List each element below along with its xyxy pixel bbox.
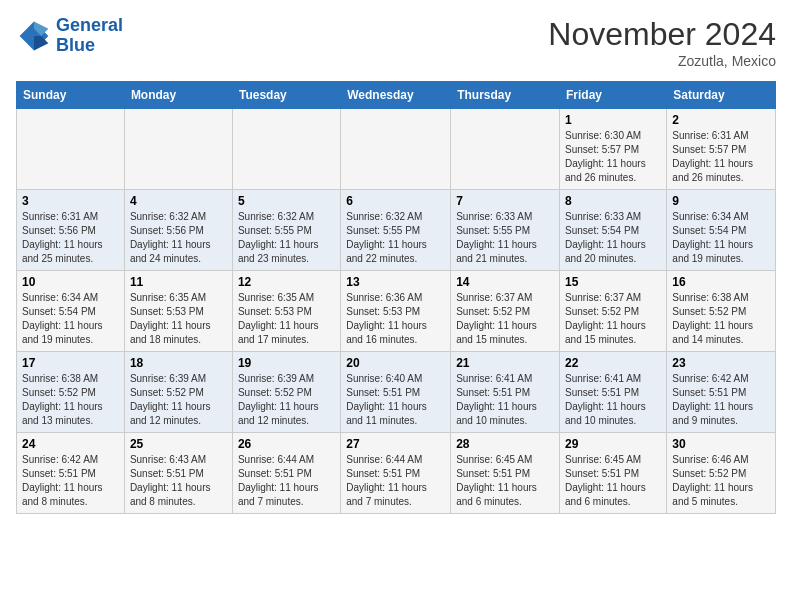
day-cell: 29Sunrise: 6:45 AMSunset: 5:51 PMDayligh… (560, 433, 667, 514)
column-header-sunday: Sunday (17, 82, 125, 109)
day-info: Sunrise: 6:43 AMSunset: 5:51 PMDaylight:… (130, 453, 227, 509)
location: Zozutla, Mexico (548, 53, 776, 69)
day-number: 30 (672, 437, 770, 451)
week-row-1: 1Sunrise: 6:30 AMSunset: 5:57 PMDaylight… (17, 109, 776, 190)
day-cell: 16Sunrise: 6:38 AMSunset: 5:52 PMDayligh… (667, 271, 776, 352)
column-header-thursday: Thursday (451, 82, 560, 109)
month-title: November 2024 (548, 16, 776, 53)
day-cell (232, 109, 340, 190)
day-number: 2 (672, 113, 770, 127)
svg-marker-2 (34, 36, 48, 50)
column-header-wednesday: Wednesday (341, 82, 451, 109)
logo-icon (16, 18, 52, 54)
week-row-2: 3Sunrise: 6:31 AMSunset: 5:56 PMDaylight… (17, 190, 776, 271)
day-number: 5 (238, 194, 335, 208)
column-header-friday: Friday (560, 82, 667, 109)
column-header-saturday: Saturday (667, 82, 776, 109)
day-cell: 19Sunrise: 6:39 AMSunset: 5:52 PMDayligh… (232, 352, 340, 433)
day-info: Sunrise: 6:42 AMSunset: 5:51 PMDaylight:… (672, 372, 770, 428)
column-header-monday: Monday (124, 82, 232, 109)
day-cell: 12Sunrise: 6:35 AMSunset: 5:53 PMDayligh… (232, 271, 340, 352)
day-number: 13 (346, 275, 445, 289)
day-number: 26 (238, 437, 335, 451)
day-number: 29 (565, 437, 661, 451)
day-number: 11 (130, 275, 227, 289)
day-info: Sunrise: 6:34 AMSunset: 5:54 PMDaylight:… (672, 210, 770, 266)
day-cell: 2Sunrise: 6:31 AMSunset: 5:57 PMDaylight… (667, 109, 776, 190)
day-cell: 5Sunrise: 6:32 AMSunset: 5:55 PMDaylight… (232, 190, 340, 271)
day-cell: 24Sunrise: 6:42 AMSunset: 5:51 PMDayligh… (17, 433, 125, 514)
day-info: Sunrise: 6:44 AMSunset: 5:51 PMDaylight:… (238, 453, 335, 509)
day-info: Sunrise: 6:39 AMSunset: 5:52 PMDaylight:… (130, 372, 227, 428)
day-info: Sunrise: 6:40 AMSunset: 5:51 PMDaylight:… (346, 372, 445, 428)
day-cell: 20Sunrise: 6:40 AMSunset: 5:51 PMDayligh… (341, 352, 451, 433)
day-cell: 28Sunrise: 6:45 AMSunset: 5:51 PMDayligh… (451, 433, 560, 514)
day-cell (451, 109, 560, 190)
day-cell: 15Sunrise: 6:37 AMSunset: 5:52 PMDayligh… (560, 271, 667, 352)
day-cell: 4Sunrise: 6:32 AMSunset: 5:56 PMDaylight… (124, 190, 232, 271)
day-number: 25 (130, 437, 227, 451)
calendar-table: SundayMondayTuesdayWednesdayThursdayFrid… (16, 81, 776, 514)
day-info: Sunrise: 6:39 AMSunset: 5:52 PMDaylight:… (238, 372, 335, 428)
title-block: November 2024 Zozutla, Mexico (548, 16, 776, 69)
day-cell: 17Sunrise: 6:38 AMSunset: 5:52 PMDayligh… (17, 352, 125, 433)
logo-text: General Blue (56, 16, 123, 56)
day-info: Sunrise: 6:37 AMSunset: 5:52 PMDaylight:… (456, 291, 554, 347)
day-number: 18 (130, 356, 227, 370)
day-number: 3 (22, 194, 119, 208)
day-info: Sunrise: 6:42 AMSunset: 5:51 PMDaylight:… (22, 453, 119, 509)
day-cell: 13Sunrise: 6:36 AMSunset: 5:53 PMDayligh… (341, 271, 451, 352)
day-cell (17, 109, 125, 190)
day-number: 15 (565, 275, 661, 289)
day-info: Sunrise: 6:44 AMSunset: 5:51 PMDaylight:… (346, 453, 445, 509)
day-number: 22 (565, 356, 661, 370)
day-number: 14 (456, 275, 554, 289)
day-number: 20 (346, 356, 445, 370)
day-cell: 10Sunrise: 6:34 AMSunset: 5:54 PMDayligh… (17, 271, 125, 352)
day-info: Sunrise: 6:37 AMSunset: 5:52 PMDaylight:… (565, 291, 661, 347)
day-info: Sunrise: 6:31 AMSunset: 5:56 PMDaylight:… (22, 210, 119, 266)
day-number: 6 (346, 194, 445, 208)
day-number: 4 (130, 194, 227, 208)
day-cell: 30Sunrise: 6:46 AMSunset: 5:52 PMDayligh… (667, 433, 776, 514)
day-number: 1 (565, 113, 661, 127)
day-number: 12 (238, 275, 335, 289)
day-info: Sunrise: 6:41 AMSunset: 5:51 PMDaylight:… (565, 372, 661, 428)
day-cell (124, 109, 232, 190)
day-number: 9 (672, 194, 770, 208)
day-info: Sunrise: 6:32 AMSunset: 5:55 PMDaylight:… (346, 210, 445, 266)
day-info: Sunrise: 6:30 AMSunset: 5:57 PMDaylight:… (565, 129, 661, 185)
day-info: Sunrise: 6:46 AMSunset: 5:52 PMDaylight:… (672, 453, 770, 509)
day-info: Sunrise: 6:35 AMSunset: 5:53 PMDaylight:… (238, 291, 335, 347)
day-number: 24 (22, 437, 119, 451)
day-info: Sunrise: 6:45 AMSunset: 5:51 PMDaylight:… (456, 453, 554, 509)
day-cell: 1Sunrise: 6:30 AMSunset: 5:57 PMDaylight… (560, 109, 667, 190)
day-info: Sunrise: 6:36 AMSunset: 5:53 PMDaylight:… (346, 291, 445, 347)
day-number: 27 (346, 437, 445, 451)
day-cell: 25Sunrise: 6:43 AMSunset: 5:51 PMDayligh… (124, 433, 232, 514)
day-cell: 21Sunrise: 6:41 AMSunset: 5:51 PMDayligh… (451, 352, 560, 433)
week-row-3: 10Sunrise: 6:34 AMSunset: 5:54 PMDayligh… (17, 271, 776, 352)
page-header: General Blue November 2024 Zozutla, Mexi… (16, 16, 776, 69)
day-info: Sunrise: 6:38 AMSunset: 5:52 PMDaylight:… (672, 291, 770, 347)
day-cell: 14Sunrise: 6:37 AMSunset: 5:52 PMDayligh… (451, 271, 560, 352)
day-cell: 3Sunrise: 6:31 AMSunset: 5:56 PMDaylight… (17, 190, 125, 271)
day-cell (341, 109, 451, 190)
day-number: 10 (22, 275, 119, 289)
day-info: Sunrise: 6:38 AMSunset: 5:52 PMDaylight:… (22, 372, 119, 428)
day-cell: 6Sunrise: 6:32 AMSunset: 5:55 PMDaylight… (341, 190, 451, 271)
day-cell: 9Sunrise: 6:34 AMSunset: 5:54 PMDaylight… (667, 190, 776, 271)
day-info: Sunrise: 6:45 AMSunset: 5:51 PMDaylight:… (565, 453, 661, 509)
day-cell: 27Sunrise: 6:44 AMSunset: 5:51 PMDayligh… (341, 433, 451, 514)
day-cell: 23Sunrise: 6:42 AMSunset: 5:51 PMDayligh… (667, 352, 776, 433)
day-cell: 8Sunrise: 6:33 AMSunset: 5:54 PMDaylight… (560, 190, 667, 271)
day-number: 16 (672, 275, 770, 289)
day-number: 17 (22, 356, 119, 370)
day-info: Sunrise: 6:33 AMSunset: 5:54 PMDaylight:… (565, 210, 661, 266)
day-info: Sunrise: 6:32 AMSunset: 5:56 PMDaylight:… (130, 210, 227, 266)
day-number: 23 (672, 356, 770, 370)
day-cell: 11Sunrise: 6:35 AMSunset: 5:53 PMDayligh… (124, 271, 232, 352)
column-header-tuesday: Tuesday (232, 82, 340, 109)
day-cell: 18Sunrise: 6:39 AMSunset: 5:52 PMDayligh… (124, 352, 232, 433)
day-number: 21 (456, 356, 554, 370)
